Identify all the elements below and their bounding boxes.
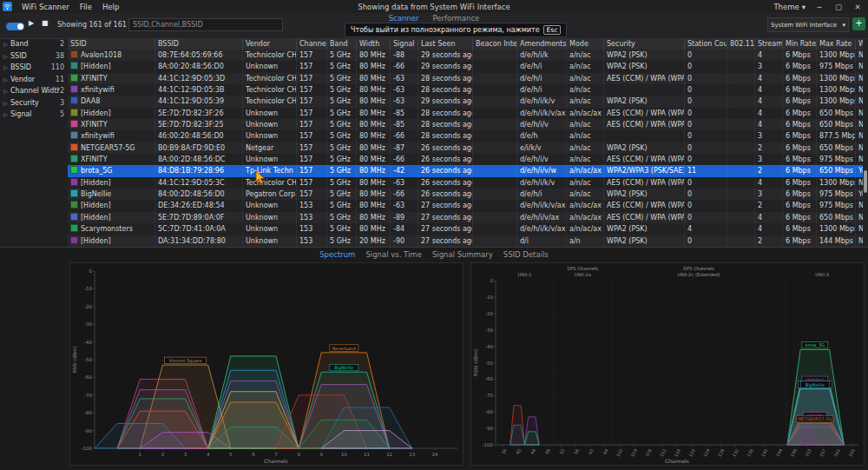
table-row[interactable]: Avalon101808:7E:64:05:69:66Technicolor C…: [68, 50, 868, 61]
cell-channel: 153: [297, 212, 327, 223]
scrollbar-thumb[interactable]: [864, 170, 867, 193]
svg-text:0: 0: [89, 268, 93, 274]
cell-ssid: [Hidden]: [68, 212, 155, 223]
expand-arrow-icon[interactable]: ▷: [3, 53, 10, 59]
column-header-802-11r[interactable]: 802.11r: [727, 38, 755, 50]
theme-menu[interactable]: Theme ▾: [773, 3, 806, 11]
column-header-security[interactable]: Security: [604, 38, 685, 50]
column-header-max-rate[interactable]: Max Rate: [817, 38, 856, 50]
cell-802-11r: [727, 189, 755, 200]
cell-beacon-interval: [473, 177, 517, 189]
svg-text:60: 60: [588, 448, 595, 456]
maximize-button[interactable]: ▢: [833, 3, 844, 11]
svg-text:-50: -50: [84, 357, 92, 362]
table-row[interactable]: [Hidden]5E:7D:7D:82:3F:26Unknown1575 GHz…: [68, 108, 868, 119]
scan-toggle[interactable]: [6, 23, 24, 30]
network-color-swatch: [70, 109, 78, 116]
cell-amendments: d/e/h/i: [517, 84, 567, 96]
column-header-band[interactable]: Band: [327, 38, 357, 50]
cell-last-seen: 27 seconds ago: [418, 212, 473, 223]
table-row-selected[interactable]: brota_5G84:D8:1B:79:28:96Tp-Link Techn15…: [68, 165, 868, 176]
menu-wifi-scanner[interactable]: WiFi Scanner: [16, 3, 75, 11]
expand-arrow-icon[interactable]: ▷: [3, 64, 10, 70]
table-row[interactable]: XFINITY44:1C:12:9D:05:3DTechnicolor CH15…: [68, 73, 868, 84]
svg-text:40: 40: [515, 448, 522, 456]
table-scrollbar[interactable]: [863, 38, 868, 247]
filter-count: 110: [51, 63, 64, 71]
tab-scanner[interactable]: Scanner: [389, 14, 419, 23]
column-header-ssid[interactable]: SSID: [68, 38, 155, 50]
column-header-bssid[interactable]: BSSID: [155, 38, 243, 50]
column-header-last-seen[interactable]: Last Seen: [418, 38, 473, 50]
column-header-width[interactable]: Width: [357, 38, 391, 50]
sidebar-item-bssid[interactable]: ▷BSSID110: [0, 62, 68, 74]
interface-select[interactable]: System WiFi Interface ▾: [767, 17, 849, 32]
table-row[interactable]: [Hidden]44:1C:12:9D:05:3CTechnicolor CH1…: [68, 177, 868, 189]
svg-text:Channels: Channels: [665, 458, 689, 464]
svg-text:5: 5: [229, 452, 233, 457]
cell-amendments: d/e/h/i/k: [517, 50, 567, 61]
sidebar-item-ssid[interactable]: ▷SSID38: [0, 50, 68, 63]
svg-text:13: 13: [409, 452, 415, 457]
menu-file[interactable]: File: [75, 3, 97, 11]
column-header-vendor[interactable]: Vendor: [243, 38, 297, 50]
svg-text:-70: -70: [485, 393, 493, 398]
column-header-beacon-interval[interactable]: Beacon Interval: [473, 38, 517, 50]
cell-channel: 157: [297, 189, 327, 200]
sidebar-item-signal[interactable]: ▷Signal5: [0, 109, 68, 121]
cell-width: 80 MHz: [357, 119, 391, 130]
view-tabs: Scanner Performance: [0, 14, 868, 23]
table-row[interactable]: [Hidden]DA:31:34:DD:78:80Unknown1535 GHz…: [68, 235, 868, 247]
add-interface-button[interactable]: +: [852, 17, 865, 30]
table-row[interactable]: [Hidden]DE:34:26:ED:48:54Unknown1535 GHz…: [68, 200, 868, 211]
expand-arrow-icon[interactable]: ▷: [3, 100, 10, 106]
column-header-mode[interactable]: Mode: [567, 38, 604, 50]
table-row[interactable]: [Hidden]8A:00:20:48:56:D0Unknown1575 GHz…: [68, 61, 868, 72]
svg-text:RSSI (dBm): RSSI (dBm): [473, 349, 478, 376]
cell-max-rate: 650 Mbps: [817, 119, 856, 130]
close-button[interactable]: ✕: [852, 3, 863, 11]
table-row[interactable]: xfinitywifi44:1C:12:9D:05:3BTechnicolor …: [68, 84, 868, 96]
table-row[interactable]: DAA844:1C:12:9D:05:39Technicolor CH1575 …: [68, 96, 868, 107]
table-row[interactable]: XFINITY8A:00:2D:48:56:DCUnknown1575 GHz8…: [68, 154, 868, 165]
table-row[interactable]: [Hidden]5E:7D:7D:89:0A:0FUnknown1535 GHz…: [68, 212, 868, 223]
filter-count: 38: [56, 52, 64, 60]
table-row[interactable]: xfinitywifi46:00:20:48:56:D0Unknown1575 …: [68, 130, 868, 142]
filter-label: Band: [10, 40, 60, 48]
chart-tab-signal-vs-time[interactable]: Signal vs. Time: [365, 250, 421, 259]
sidebar-item-security[interactable]: ▷Security3: [0, 97, 68, 109]
column-header-channel[interactable]: Channel: [297, 38, 327, 50]
sidebar-item-channel-width[interactable]: ▷Channel Width2: [0, 85, 68, 97]
table-body: Avalon101808:7E:64:05:69:66Technicolor C…: [68, 50, 868, 247]
menu-help[interactable]: Help: [97, 3, 124, 11]
chart-tab-ssid-details[interactable]: SSID Details: [503, 250, 549, 259]
expand-arrow-icon[interactable]: ▷: [3, 88, 10, 94]
sidebar-item-vendor[interactable]: ▷Vendor11: [0, 74, 68, 86]
column-header-min-rate[interactable]: Min Rate: [783, 38, 817, 50]
table-row[interactable]: BigNellie84:00:2D:48:56:D0Pegatron Corp1…: [68, 189, 868, 200]
table-row[interactable]: XFINITY5E:7D:7D:82:3F:25Unknown1575 GHz8…: [68, 119, 868, 130]
chart-tab-spectrum[interactable]: Spectrum: [319, 250, 355, 259]
cell-mode: a/n/ac: [567, 61, 604, 72]
table-row[interactable]: NETGEAR57-5GB0:B9:8A:FD:9D:E0Netgear1575…: [68, 142, 868, 154]
cell-beacon-interval: [473, 119, 517, 130]
cell-security: [604, 84, 685, 96]
chart-tab-signal-summary[interactable]: Signal Summary: [432, 250, 493, 259]
cell-min-rate: 6 Mbps: [783, 61, 817, 72]
column-header-streams[interactable]: Streams: [755, 38, 783, 50]
svg-text:108: 108: [644, 448, 653, 458]
tab-performance[interactable]: Performance: [432, 14, 479, 23]
expand-arrow-icon[interactable]: ▷: [3, 41, 10, 47]
sidebar-item-band[interactable]: ▷Band2: [0, 38, 68, 50]
expand-arrow-icon[interactable]: ▷: [3, 76, 10, 83]
column-header-amendments[interactable]: Amendments: [517, 38, 567, 50]
minimize-button[interactable]: ─: [814, 3, 825, 11]
expand-arrow-icon[interactable]: ▷: [3, 111, 10, 117]
column-header-station-count[interactable]: Station Count: [685, 38, 727, 50]
column-header-signal[interactable]: Signal: [391, 38, 418, 50]
cell-amendments: d/e/h/i/v/ax: [517, 212, 567, 223]
cell-amendments: d/e/h/i/k/v/ax: [517, 108, 567, 119]
table-row[interactable]: Scarymonsters5C:7D:7D:41:0A:0AUnknown153…: [68, 223, 868, 235]
svg-text:3: 3: [184, 452, 187, 457]
cell-802-11r: [727, 212, 755, 223]
